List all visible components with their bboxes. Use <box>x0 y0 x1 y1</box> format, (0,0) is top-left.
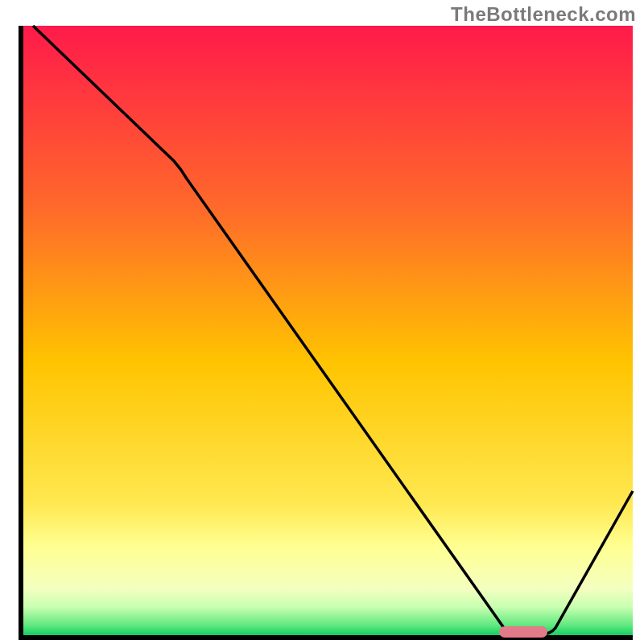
attribution-label: TheBottleneck.com <box>451 3 636 26</box>
plot-background <box>21 26 633 638</box>
chart-container: { "attribution": "TheBottleneck.com", "c… <box>0 0 644 644</box>
plot-svg <box>0 0 644 644</box>
optimal-marker <box>499 626 547 638</box>
